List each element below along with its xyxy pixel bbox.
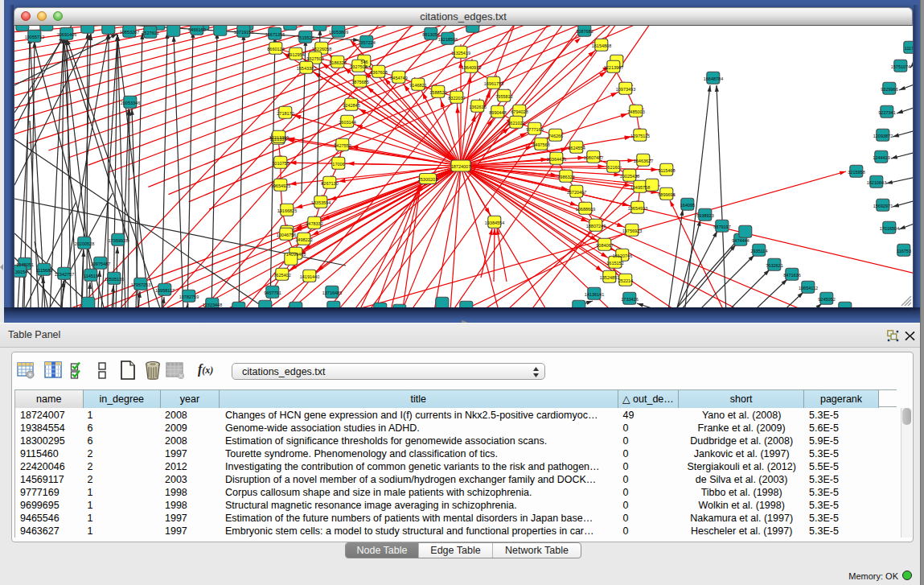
svg-text:17957253: 17957253 — [131, 282, 150, 287]
svg-text:18724007: 18724007 — [451, 164, 470, 169]
svg-text:8912954: 8912954 — [287, 52, 304, 57]
svg-text:12505135: 12505135 — [105, 277, 124, 282]
svg-text:16671355: 16671355 — [265, 32, 285, 37]
svg-text:16210643: 16210643 — [867, 180, 886, 185]
svg-text:16154808: 16154808 — [592, 43, 611, 48]
svg-text:1545051: 1545051 — [16, 262, 33, 267]
svg-text:2718170: 2718170 — [277, 111, 294, 116]
svg-text:114519: 114519 — [84, 274, 98, 278]
svg-text:12342757: 12342757 — [55, 272, 74, 277]
svg-text:15751074: 15751074 — [891, 64, 910, 69]
svg-text:16543382: 16543382 — [297, 66, 316, 71]
svg-text:13654923: 13654923 — [628, 206, 647, 211]
svg-text:746266: 746266 — [548, 134, 563, 138]
svg-text:9457791: 9457791 — [264, 290, 281, 295]
svg-text:10025438: 10025438 — [620, 174, 639, 179]
svg-text:6899695: 6899695 — [658, 192, 675, 197]
svg-text:1624554: 1624554 — [568, 146, 585, 150]
svg-text:8186328: 8186328 — [329, 60, 346, 65]
svg-text:1588520: 1588520 — [429, 90, 446, 95]
svg-text:1733426: 1733426 — [621, 297, 638, 302]
svg-text:12093872: 12093872 — [873, 134, 893, 138]
svg-text:13495758: 13495758 — [630, 185, 650, 190]
svg-text:11174: 11174 — [905, 46, 913, 51]
svg-text:12323448: 12323448 — [203, 303, 222, 307]
svg-text:2087682: 2087682 — [576, 29, 593, 34]
svg-text:10973493: 10973493 — [616, 87, 635, 92]
svg-text:7515526: 7515526 — [297, 35, 314, 40]
svg-text:1621022: 1621022 — [507, 121, 524, 126]
svg-text:2603144: 2603144 — [339, 120, 355, 125]
svg-text:14136141: 14136141 — [585, 292, 604, 297]
svg-text:10782759: 10782759 — [179, 295, 199, 299]
svg-text:12975115: 12975115 — [630, 134, 650, 138]
svg-text:9474444: 9474444 — [732, 238, 749, 243]
svg-text:10053809: 10053809 — [329, 30, 348, 35]
svg-text:8471636: 8471636 — [783, 273, 800, 278]
svg-text:20691406: 20691406 — [57, 32, 76, 37]
svg-text:1010755: 1010755 — [272, 161, 289, 166]
svg-text:1244419: 1244419 — [873, 155, 889, 160]
svg-text:9327508: 9327508 — [350, 64, 367, 69]
svg-text:16961758: 16961758 — [484, 81, 503, 86]
svg-text:10958117: 10958117 — [155, 288, 175, 293]
svg-text:1615152: 1615152 — [606, 261, 623, 266]
svg-text:8813054: 8813054 — [422, 32, 439, 37]
svg-text:9777169: 9777169 — [526, 127, 543, 132]
svg-text:8660124: 8660124 — [267, 47, 284, 51]
svg-text:139154: 139154 — [14, 270, 27, 274]
svg-text:14099465: 14099465 — [286, 252, 306, 257]
svg-text:15692971: 15692971 — [873, 204, 893, 208]
svg-text:8454749: 8454749 — [390, 76, 407, 80]
svg-text:25300203: 25300203 — [418, 177, 437, 182]
svg-text:1115689: 1115689 — [36, 268, 53, 273]
svg-text:20053346: 20053346 — [121, 101, 140, 105]
svg-text:3875685: 3875685 — [351, 80, 368, 84]
svg-text:9115460: 9115460 — [658, 168, 675, 173]
svg-text:8990448: 8990448 — [489, 110, 506, 115]
svg-text:17006: 17006 — [332, 162, 344, 167]
svg-text:1362615: 1362615 — [469, 105, 486, 109]
svg-text:5938923: 5938923 — [696, 213, 713, 218]
svg-text:9427552: 9427552 — [334, 143, 351, 148]
svg-text:17016504: 17016504 — [880, 226, 899, 231]
svg-text:19166825: 19166825 — [277, 208, 297, 213]
svg-text:9146821: 9146821 — [409, 83, 426, 88]
svg-text:9478332: 9478332 — [306, 221, 322, 226]
svg-text:15226058: 15226058 — [312, 47, 331, 51]
svg-text:6794028: 6794028 — [511, 109, 528, 114]
svg-text:30975487: 30975487 — [91, 262, 110, 266]
svg-text:2367608: 2367608 — [370, 70, 387, 75]
svg-text:6466160: 6466160 — [188, 27, 205, 32]
svg-text:1527602: 1527602 — [142, 31, 158, 35]
svg-text:14191440: 14191440 — [300, 274, 319, 279]
svg-text:9245052: 9245052 — [818, 297, 835, 302]
svg-text:20364436: 20364436 — [547, 157, 566, 162]
svg-text:12213369: 12213369 — [269, 135, 289, 140]
svg-text:252214: 252214 — [618, 278, 633, 283]
svg-text:116753: 116753 — [897, 249, 911, 253]
svg-text:6879197: 6879197 — [713, 225, 730, 229]
svg-text:8322037: 8322037 — [448, 96, 465, 101]
svg-text:10853267: 10853267 — [120, 30, 139, 35]
svg-text:10807487: 10807487 — [584, 155, 603, 160]
svg-text:13716485: 13716485 — [322, 290, 342, 295]
svg-text:16648784: 16648784 — [704, 76, 723, 81]
svg-text:7986322: 7986322 — [557, 175, 574, 179]
svg-text:15720407: 15720407 — [567, 190, 586, 195]
svg-text:10046756: 10046756 — [277, 233, 296, 237]
svg-text:16463627: 16463627 — [634, 159, 653, 163]
svg-text:9242845: 9242845 — [343, 103, 359, 108]
svg-text:8267130: 8267130 — [321, 181, 338, 186]
svg-text:10654112: 10654112 — [799, 286, 818, 290]
svg-text:7485003: 7485003 — [627, 109, 644, 114]
svg-text:13640910: 13640910 — [462, 65, 481, 70]
svg-text:9084067: 9084067 — [596, 243, 613, 248]
svg-text:16120746: 16120746 — [613, 253, 632, 258]
svg-text:9227341: 9227341 — [878, 110, 895, 115]
svg-text:10719155: 10719155 — [234, 30, 253, 35]
svg-text:13353594: 13353594 — [311, 200, 331, 205]
svg-text:11325419: 11325419 — [451, 51, 470, 56]
svg-text:3215958: 3215958 — [848, 170, 864, 175]
svg-text:6497568: 6497568 — [532, 142, 549, 147]
